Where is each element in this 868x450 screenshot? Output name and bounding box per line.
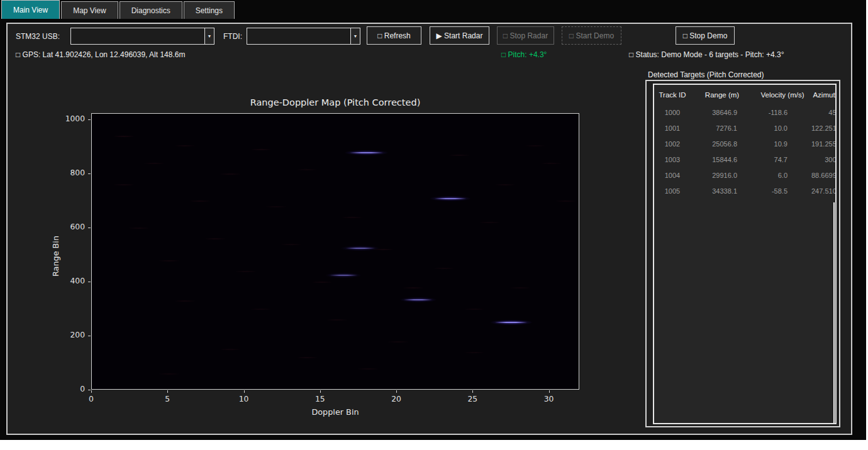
radar-target-core xyxy=(330,275,357,276)
x-tick xyxy=(549,390,550,393)
table-cell: 7276.1 xyxy=(691,124,754,132)
noise-speck xyxy=(186,200,214,202)
table-cell: 1004 xyxy=(654,172,691,179)
x-tick-label: 15 xyxy=(308,395,333,403)
radar-target-streak xyxy=(396,297,440,303)
table-cell: 1005 xyxy=(654,187,691,195)
noise-speck xyxy=(460,308,488,310)
y-tick-label: 0 xyxy=(53,385,85,393)
table-cell: -118.6 xyxy=(754,109,811,116)
targets-table[interactable]: Track ID Range (m) Velocity (m/s) Azimut… xyxy=(653,84,837,424)
noise-speck xyxy=(323,319,351,321)
y-axis-label: Range Bin xyxy=(51,231,60,282)
table-cell: 29916.0 xyxy=(691,172,754,179)
heatmap-plot xyxy=(91,113,579,390)
table-cell: 191.2552 xyxy=(811,140,837,148)
table-cell: 122.2510 xyxy=(811,124,837,132)
noise-speck xyxy=(277,243,305,246)
noise-speck xyxy=(399,287,427,289)
table-row[interactable]: 100429916.06.088.66998 xyxy=(654,167,837,183)
tab-map-view[interactable]: Map View xyxy=(61,1,118,19)
table-cell: 45° xyxy=(811,109,837,116)
table-row[interactable]: 100534338.1-58.5247.5104 xyxy=(654,183,837,199)
tab-bar: Main View Map View Diagnostics Settings xyxy=(0,0,235,19)
chart-title: Range-Doppler Map (Pitch Corrected) xyxy=(91,97,579,107)
y-tick-label: 800 xyxy=(53,168,85,177)
table-row[interactable]: 100225056.810.9191.2552 xyxy=(654,136,837,151)
noise-speck xyxy=(247,148,275,151)
refresh-button[interactable]: □ Refresh xyxy=(367,26,421,45)
start-radar-button[interactable]: ▶ Start Radar xyxy=(430,26,489,45)
x-tick xyxy=(167,390,168,393)
x-tick-label: 10 xyxy=(231,395,257,403)
app-window: Main View Map View Diagnostics Settings … xyxy=(0,0,866,440)
y-tick-label: 1000 xyxy=(53,114,85,123)
radar-target-streak xyxy=(340,150,392,156)
x-tick-label: 20 xyxy=(384,395,409,403)
noise-speck xyxy=(216,348,244,351)
stop-demo-button[interactable]: □ Stop Demo xyxy=(676,26,735,45)
chevron-down-icon[interactable]: ▼ xyxy=(350,28,360,44)
x-tick-label: 5 xyxy=(155,395,180,403)
stm32-usb-combobox[interactable]: ▼ xyxy=(70,28,214,45)
col-velocity: Velocity (m/s) xyxy=(754,91,811,99)
y-tick xyxy=(88,336,91,336)
y-tick-label: 200 xyxy=(53,331,85,339)
table-cell: 300° xyxy=(811,156,837,163)
radar-target-core xyxy=(346,248,376,249)
noise-speck xyxy=(460,351,488,354)
table-cell: 6.0 xyxy=(754,172,811,179)
table-cell: -58.5 xyxy=(754,187,811,195)
chevron-down-icon[interactable]: ▼ xyxy=(204,28,214,44)
demo-status-text: □ Status: Demo Mode - 6 targets - Pitch:… xyxy=(629,50,784,59)
y-tick xyxy=(88,173,91,174)
start-demo-button[interactable]: □ Start Demo xyxy=(562,26,621,45)
table-body: 100038646.9-118.645°10017276.110.0122.25… xyxy=(654,104,835,199)
y-tick-label: 600 xyxy=(53,222,85,231)
noise-speck xyxy=(171,145,199,147)
table-cell: 1000 xyxy=(654,109,691,116)
noise-speck xyxy=(354,368,382,370)
radar-target-core xyxy=(350,152,383,153)
table-cell: 1001 xyxy=(654,124,691,132)
noise-speck xyxy=(247,308,275,310)
gps-status-text: □ GPS: Lat 41.902426, Lon 12.496039, Alt… xyxy=(16,50,185,59)
noise-speck xyxy=(537,162,565,165)
col-track-id: Track ID xyxy=(654,91,691,99)
x-tick xyxy=(472,390,473,393)
y-tick xyxy=(88,390,91,390)
y-tick xyxy=(88,228,91,228)
x-tick xyxy=(320,390,321,393)
tab-diagnostics[interactable]: Diagnostics xyxy=(120,1,182,19)
table-cell: 25056.8 xyxy=(691,140,754,148)
noise-speck xyxy=(110,184,138,186)
table-cell: 1003 xyxy=(654,156,691,163)
table-cell: 1002 xyxy=(654,140,691,148)
noise-speck xyxy=(308,281,336,283)
noise-speck xyxy=(369,248,397,251)
tab-main-view[interactable]: Main View xyxy=(1,0,60,19)
table-cell: 34338.1 xyxy=(691,187,754,195)
noise-speck xyxy=(216,173,244,175)
table-row[interactable]: 100315844.674.7300° xyxy=(654,151,837,167)
tab-settings[interactable]: Settings xyxy=(184,1,235,19)
y-tick xyxy=(88,119,91,120)
noise-speck xyxy=(506,287,534,289)
x-tick-label: 0 xyxy=(79,395,104,403)
noise-speck xyxy=(155,260,183,262)
stop-radar-button[interactable]: □ Stop Radar xyxy=(497,26,554,45)
radar-target-streak xyxy=(337,245,383,251)
ftdi-combobox[interactable]: ▼ xyxy=(247,28,360,45)
x-tick-label: 25 xyxy=(460,395,485,403)
table-cell: 74.7 xyxy=(754,156,811,163)
noise-speck xyxy=(430,267,458,270)
stm32-usb-label: STM32 USB: xyxy=(16,32,60,41)
table-scrollbar[interactable] xyxy=(833,202,835,424)
table-row[interactable]: 100038646.9-118.645° xyxy=(654,104,837,120)
targets-panel-title: Detected Targets (Pitch Corrected) xyxy=(648,70,764,79)
table-header-row: Track ID Range (m) Velocity (m/s) Azimut… xyxy=(654,85,837,104)
noise-speck xyxy=(125,227,153,229)
table-row[interactable]: 10017276.110.0122.2510 xyxy=(654,120,837,136)
table-cell: 15844.6 xyxy=(691,156,754,163)
x-axis-label: Doppler Bin xyxy=(91,407,579,417)
